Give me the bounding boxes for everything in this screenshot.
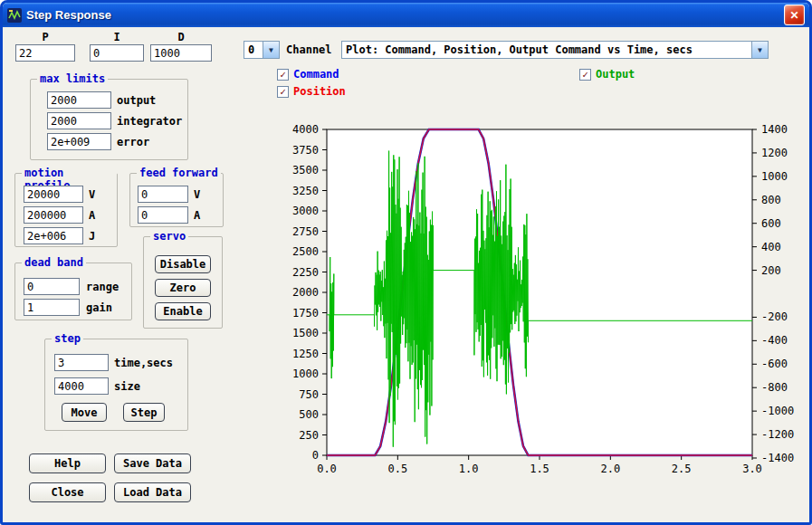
left-axis-tick-label: 1750	[292, 307, 319, 320]
plot-svg: 0250500750100012501500175020002250250027…	[292, 111, 810, 501]
ff-a-input[interactable]	[138, 206, 188, 224]
max-integrator-input[interactable]	[47, 112, 111, 129]
deadband-range-label: range	[86, 281, 119, 293]
left-axis-tick-label: 750	[299, 388, 319, 401]
left-axis-tick-label: 3500	[292, 164, 319, 177]
window: Step Response ✕ P I D 0 ▼ Channel Plot: …	[0, 0, 812, 525]
max-limits-title: max limits	[37, 72, 108, 85]
profile-v-input[interactable]	[24, 186, 83, 203]
close-icon: ✕	[789, 9, 798, 22]
deadband-gain-label: gain	[86, 301, 112, 314]
save-data-button[interactable]: Save Data	[114, 453, 191, 473]
p-label: P	[15, 31, 75, 43]
close-button[interactable]: ✕	[784, 5, 805, 25]
ff-v-label: V	[194, 188, 200, 201]
d-label: D	[150, 31, 212, 43]
output-checkbox[interactable]: ✓ Output	[579, 69, 635, 81]
command-checkbox[interactable]: ✓ Command	[277, 69, 339, 81]
right-axis-tick-label: -600	[761, 358, 788, 370]
window-title: Step Response	[26, 8, 111, 22]
position-checkbox[interactable]: ✓ Position	[277, 86, 346, 98]
chevron-down-icon: ▼	[263, 42, 279, 58]
right-axis-tick-label: 200	[761, 264, 781, 277]
close-window-button[interactable]: Close	[29, 482, 106, 502]
titlebar[interactable]: Step Response ✕	[3, 3, 809, 27]
d-input[interactable]	[150, 44, 212, 62]
left-axis-tick-label: 0	[312, 449, 319, 462]
right-axis-tick-label: 600	[761, 217, 781, 230]
p-input[interactable]	[15, 44, 75, 62]
right-axis-tick-label: 400	[761, 241, 781, 253]
max-error-input[interactable]	[47, 133, 111, 150]
x-axis-tick-label: 1.5	[530, 463, 549, 475]
x-axis-tick-label: 1.0	[459, 463, 479, 475]
left-axis-tick-label: 3750	[292, 144, 319, 157]
right-axis-tick-label: 800	[761, 194, 781, 206]
max-error-label: error	[117, 136, 149, 148]
profile-j-input[interactable]	[24, 227, 83, 244]
i-label: I	[90, 31, 144, 43]
checkmark-icon: ✓	[579, 69, 591, 81]
step-size-label: size	[114, 380, 140, 393]
left-axis-tick-label: 250	[299, 429, 319, 442]
output-checkbox-label: Output	[596, 69, 635, 81]
x-axis-tick-label: 2.0	[600, 463, 620, 475]
plot-mode-value: Plot: Command, Position, Output Command …	[342, 42, 751, 58]
left-axis-tick-label: 2750	[292, 225, 319, 238]
i-input[interactable]	[90, 44, 144, 62]
feed-forward-title: feed forward	[137, 167, 221, 179]
chevron-down-icon: ▼	[751, 42, 768, 58]
right-axis-tick-label: -1400	[761, 452, 794, 464]
left-axis-tick-label: 3000	[292, 205, 319, 217]
profile-j-label: J	[89, 230, 95, 243]
deadband-gain-input[interactable]	[24, 299, 80, 316]
move-button[interactable]: Move	[62, 403, 107, 422]
left-axis-tick-label: 1250	[292, 348, 319, 360]
right-axis-tick-label: 1200	[761, 147, 788, 159]
help-button[interactable]: Help	[29, 453, 106, 473]
profile-a-label: A	[89, 209, 95, 222]
max-limits-group: max limits output integrator error	[30, 79, 188, 160]
x-axis-tick-label: 0.5	[387, 463, 407, 475]
ff-a-label: A	[194, 209, 200, 222]
position-checkbox-label: Position	[293, 86, 346, 98]
plot-mode-select[interactable]: Plot: Command, Position, Output Command …	[341, 41, 769, 59]
step-time-input[interactable]	[54, 354, 109, 371]
right-axis-tick-label: -1000	[761, 405, 794, 417]
step-size-input[interactable]	[54, 377, 109, 395]
servo-group: servo Disable Zero Enable	[143, 236, 223, 329]
channel-select[interactable]: 0 ▼	[244, 41, 280, 59]
right-axis-tick-label: 1400	[761, 123, 788, 136]
deadband-range-input[interactable]	[24, 278, 80, 295]
enable-button[interactable]: Enable	[155, 302, 211, 320]
profile-a-input[interactable]	[24, 206, 83, 224]
right-axis-tick-label: -800	[761, 381, 788, 394]
max-output-label: output	[117, 94, 156, 107]
left-axis-tick-label: 3250	[292, 185, 319, 197]
profile-v-label: V	[89, 188, 95, 201]
motion-profile-group: motion profile V A J	[14, 173, 118, 247]
command-checkbox-label: Command	[293, 69, 339, 81]
max-output-input[interactable]	[47, 91, 111, 109]
left-axis-tick-label: 1000	[292, 368, 319, 380]
app-icon[interactable]	[7, 8, 22, 23]
left-axis-tick-label: 4000	[292, 123, 319, 136]
right-axis-tick-label: -1200	[761, 428, 794, 441]
servo-title: servo	[150, 230, 188, 243]
step-button[interactable]: Step	[123, 403, 165, 422]
left-axis-tick-label: 2000	[292, 286, 319, 299]
left-axis-tick-label: 2250	[292, 266, 319, 279]
checkmark-icon: ✓	[277, 69, 289, 81]
load-data-button[interactable]: Load Data	[114, 482, 191, 502]
max-integrator-label: integrator	[117, 115, 182, 128]
right-axis-tick-label: -400	[761, 334, 788, 347]
channel-label: Channel	[286, 43, 332, 56]
disable-button[interactable]: Disable	[155, 255, 211, 273]
right-axis-tick-label: -200	[761, 310, 788, 323]
dead-band-group: dead band range gain	[14, 262, 132, 320]
feed-forward-group: feed forward V A	[129, 173, 224, 227]
ff-v-input[interactable]	[138, 186, 188, 203]
channel-value: 0	[244, 42, 263, 58]
right-axis-tick-label: 1000	[761, 170, 788, 183]
zero-button[interactable]: Zero	[155, 279, 211, 297]
